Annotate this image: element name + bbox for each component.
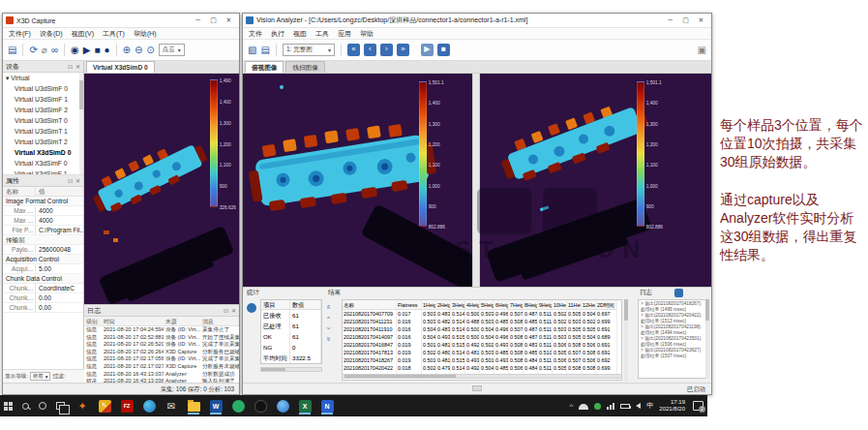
property-group[interactable]: Image Format Control <box>3 197 83 206</box>
battery-icon[interactable] <box>620 404 630 409</box>
menu-item[interactable]: 文件(F) <box>9 29 31 39</box>
log-row[interactable]: 信息 2021-08-20 17:02:17:027 X3D Capture 分… <box>84 363 239 371</box>
menu-item[interactable]: 工具 <box>315 29 329 39</box>
first-row-icon[interactable]: « <box>324 305 332 309</box>
network-icon[interactable] <box>607 403 614 410</box>
tab-top-view-image[interactable]: 俯视图像 <box>245 61 284 73</box>
zoom-out-icon[interactable]: ⊖ <box>135 46 142 55</box>
view-selector-dropdown[interactable]: 1: 完整图 ▾ <box>283 44 335 56</box>
menu-item[interactable]: 设备(D) <box>40 29 63 39</box>
viewport-tab[interactable]: Virtual X3dSimD 0 <box>86 61 155 73</box>
property-row[interactable]: File P...C:/Program Fil... <box>3 226 83 235</box>
property-row[interactable]: Chunk...CoordinateC <box>3 284 83 293</box>
play-button[interactable]: ▶ <box>421 44 434 56</box>
tree-node[interactable]: Virtual U3dSimT 0 <box>3 115 83 126</box>
previous-row-icon[interactable]: ‹ <box>324 317 332 320</box>
analyze-icon[interactable] <box>247 303 256 313</box>
capture-titlebar[interactable]: X3D Capture ─ ▢ ✕ <box>3 14 239 28</box>
stats-row[interactable]: OK 61 <box>261 331 321 342</box>
capture-3d-viewport[interactable]: 1,4901,4001,3001,2001,100900326.626 <box>84 74 239 304</box>
property-row[interactable]: Acqui...5.00 <box>3 264 83 274</box>
results-row[interactable]: 202108201704077090.017 0.5030.483 0.5140… <box>343 310 621 318</box>
menu-item[interactable]: 视图 <box>293 29 307 39</box>
close-button[interactable]: ✕ <box>222 16 236 24</box>
results-row[interactable]: 202108201704119100.016 0.5040.483 0.5140… <box>343 325 621 333</box>
taskbar-app-icon[interactable] <box>275 397 290 415</box>
open-file-icon[interactable]: ▧ <box>248 46 256 55</box>
tray-chevron-icon[interactable]: ^ <box>570 402 574 411</box>
menu-item[interactable]: 帮助 <box>360 29 374 39</box>
ime-indicator[interactable]: 中 <box>646 401 653 411</box>
maximize-button[interactable]: ▢ <box>678 16 693 24</box>
property-group[interactable]: Chunk Data Control <box>3 274 83 284</box>
property-row[interactable]: Chunk...0.00 <box>3 293 83 303</box>
disconnect-icon[interactable]: ⌀ <box>42 46 47 55</box>
stats-row[interactable]: 已接收 61 <box>261 310 321 321</box>
stats-row[interactable]: NG 0 <box>261 342 321 353</box>
minimize-button[interactable]: ─ <box>191 16 205 24</box>
next-row-icon[interactable]: › <box>324 327 332 330</box>
menu-item[interactable]: 工具(T) <box>103 29 125 39</box>
cortana-icon[interactable] <box>39 402 46 410</box>
menu-item[interactable]: 视图(V) <box>72 29 94 39</box>
results-vscrollbar[interactable] <box>624 299 628 381</box>
taskbar-app-icon[interactable]: X <box>297 397 313 415</box>
onedrive-cloud-icon[interactable] <box>579 404 588 410</box>
speaker-icon[interactable] <box>636 403 641 409</box>
search-icon[interactable] <box>22 403 29 410</box>
close-button[interactable]: ✕ <box>694 16 708 24</box>
results-row[interactable]: 202108201704112310.016 0.5030.482 0.5140… <box>343 318 621 325</box>
analyzer-log-vscrollbar[interactable] <box>705 299 709 379</box>
log-row[interactable]: 信息 2021-08-20 16:43:13:037 Analyzer 分析数据… <box>84 371 239 379</box>
property-row[interactable]: Max ...4000 <box>3 216 83 226</box>
analyzer-titlebar[interactable]: Vision Analyzer - [C:/Users/Longzc/Deskt… <box>243 14 711 28</box>
menu-item[interactable]: 帮助(H) <box>134 29 157 39</box>
tree-node-selected[interactable]: Virtual X3dSimD 0 <box>3 147 83 158</box>
float-panel-icon[interactable]: ⊡ <box>224 307 228 314</box>
log-row[interactable]: 信息 2021-08-20 17:02:52:881 设备 (ID: Virt.… <box>84 334 239 342</box>
taskbar-app-icon[interactable]: ✎ <box>97 397 112 415</box>
snapshot-icon[interactable]: ▣ <box>698 46 706 55</box>
stats-row[interactable]: 平均时间 3322.5 <box>261 353 321 363</box>
tree-node[interactable]: Virtual U3dSimT 1 <box>3 126 83 137</box>
taskbar-app-icon[interactable]: W <box>208 397 224 415</box>
results-row[interactable]: 202108201704168470.019 0.5010.481 0.5150… <box>343 341 621 349</box>
property-group[interactable]: Acquisition Control <box>3 255 83 264</box>
maximize-button[interactable]: ▢ <box>206 16 221 24</box>
save-icon[interactable]: ▤ <box>8 46 16 55</box>
taskbar-app-icon[interactable]: ✉ <box>164 397 179 415</box>
float-panel-icon[interactable]: ⊡ <box>68 177 73 184</box>
results-row[interactable]: 202108201704204220.018 0.5020.479 0.5140… <box>343 364 621 372</box>
property-row[interactable]: Max ...4000 <box>3 206 83 216</box>
taskbar-app-icon[interactable] <box>230 397 246 415</box>
close-panel-icon[interactable]: ✕ <box>75 63 80 70</box>
log-row[interactable]: 信息 2021-08-20 17:02:26:264 X3D Capture 分… <box>84 349 239 356</box>
clear-log-icon[interactable] <box>674 289 683 297</box>
analyzer-3d-viewport[interactable]: 1,501.11,4001,3001,2001,1001,000900802.8… <box>243 74 711 287</box>
taskbar-app-icon[interactable]: FZ <box>119 397 135 415</box>
log-row[interactable]: 信息 2021-08-20 17:04:24:594 设备 (ID: Virt.… <box>84 326 239 334</box>
refresh-icon[interactable]: ⟳ <box>29 46 37 55</box>
task-view-icon[interactable] <box>56 402 65 410</box>
first-record-button[interactable]: « <box>347 44 360 56</box>
tree-node[interactable]: Virtual U3dSimT 2 <box>3 137 83 147</box>
taskbar-app-icon[interactable]: ✦ <box>75 397 90 415</box>
tab-line-scan-image[interactable]: 线扫图像 <box>285 61 324 73</box>
snapshot-camera-icon[interactable]: ◉ <box>71 46 79 55</box>
taskbar-clock[interactable]: 17:19 2021/8/20 <box>659 399 685 413</box>
render-mode-dropdown[interactable]: 点云 ▾ <box>159 44 185 56</box>
taskbar-app-icon[interactable]: N <box>319 397 335 415</box>
status-green-icon[interactable] <box>594 403 601 410</box>
tree-node[interactable]: Virtual U3dSimF 0 <box>3 83 83 94</box>
splitter-grip[interactable] <box>472 385 482 391</box>
tree-node-root[interactable]: ▾ Virtual <box>3 73 83 83</box>
tree-node[interactable]: Virtual X3dSimF 0 <box>3 158 83 169</box>
menu-item[interactable]: 文件 <box>249 29 262 39</box>
stats-hscrollbar[interactable] <box>260 367 322 372</box>
taskbar-app-icon[interactable] <box>186 397 201 415</box>
log-level-dropdown[interactable]: 所有▾ <box>30 372 51 381</box>
property-row[interactable]: Chunk...0.00 <box>3 303 83 313</box>
close-panel-icon[interactable]: ✕ <box>75 177 80 184</box>
save-icon[interactable]: ▤ <box>260 46 269 55</box>
log-row[interactable]: 信息 2021-08-20 17:02:17:056 设备 (ID: Virt.… <box>84 355 239 363</box>
